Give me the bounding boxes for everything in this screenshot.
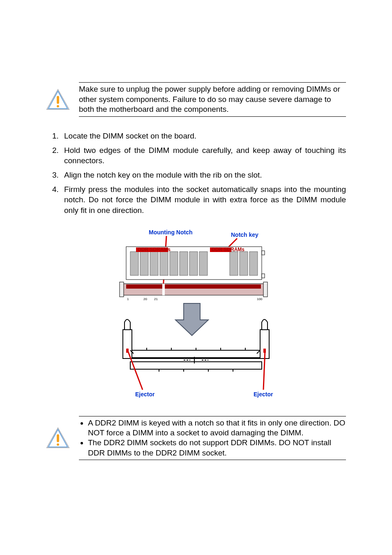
dimm-module: DDR SDRAMs DDR SDRAMs	[126, 247, 265, 280]
svg-rect-2	[57, 96, 59, 104]
svg-rect-24	[162, 284, 165, 295]
warning-text-2: A DDR2 DIMM is keyed with a notch so tha…	[79, 416, 346, 460]
svg-point-55	[57, 444, 59, 446]
svg-rect-30	[263, 282, 267, 297]
svg-rect-17	[249, 252, 258, 275]
svg-rect-31	[130, 350, 262, 358]
svg-rect-54	[57, 435, 59, 442]
svg-rect-33	[130, 362, 262, 369]
svg-text:21: 21	[154, 297, 158, 301]
svg-text:1: 1	[127, 297, 129, 301]
steps-list: Locate the DIMM socket on the board. Hol…	[46, 131, 346, 215]
warning2-bullet-1: A DDR2 DIMM is keyed with a notch so tha…	[88, 418, 346, 438]
svg-rect-7	[130, 252, 138, 275]
dimm-diagram: Mounting Notch Notch key	[46, 227, 346, 400]
svg-rect-29	[120, 282, 124, 297]
warning-block-2: A DDR2 DIMM is keyed with a notch so tha…	[46, 416, 346, 460]
ejector-right	[257, 319, 269, 358]
label-notch-key: Notch key	[231, 231, 258, 238]
down-arrow-icon	[175, 303, 208, 335]
svg-rect-15	[230, 252, 238, 275]
document-page: Make sure to unplug the power supply bef…	[0, 0, 392, 555]
svg-rect-16	[240, 252, 248, 275]
svg-point-3	[57, 105, 59, 108]
svg-rect-11	[170, 252, 178, 275]
svg-text:100: 100	[257, 297, 263, 301]
step-2: Hold two edges of the DIMM module carefu…	[61, 145, 346, 166]
label-ejector-right: Ejector	[254, 391, 273, 398]
step-1: Locate the DIMM socket on the board.	[61, 131, 346, 141]
svg-rect-13	[189, 252, 198, 275]
svg-rect-10	[160, 252, 168, 275]
label-ddr-sdram-2: DDR SDRAMs	[212, 247, 244, 252]
step-3: Align the notch key on the module with t…	[61, 170, 346, 180]
svg-rect-20	[262, 251, 265, 255]
warning-block-1: Make sure to unplug the power supply bef…	[46, 82, 346, 117]
svg-rect-14	[199, 252, 208, 275]
svg-rect-9	[150, 252, 158, 275]
svg-rect-23	[126, 284, 261, 289]
warning2-bullet-2: The DDR2 DIMM sockets do not support DDR…	[88, 438, 346, 458]
svg-rect-21	[262, 274, 265, 278]
svg-text:20: 20	[143, 297, 147, 301]
svg-rect-8	[140, 252, 148, 275]
label-mounting-notch: Mounting Notch	[149, 229, 193, 236]
dimm-slot-upper: 1 20 21 100	[120, 282, 267, 301]
warning-icon	[46, 427, 70, 449]
label-ejector-left: Ejector	[135, 391, 155, 398]
svg-rect-46	[123, 330, 132, 358]
label-ddr-sdram-1: DDR SDRAMs	[138, 247, 171, 252]
warning-text-1: Make sure to unplug the power supply bef…	[79, 82, 346, 117]
step-4: Firmly press the modules into the socket…	[61, 184, 346, 215]
svg-rect-12	[180, 252, 188, 275]
warning-icon	[46, 89, 70, 110]
